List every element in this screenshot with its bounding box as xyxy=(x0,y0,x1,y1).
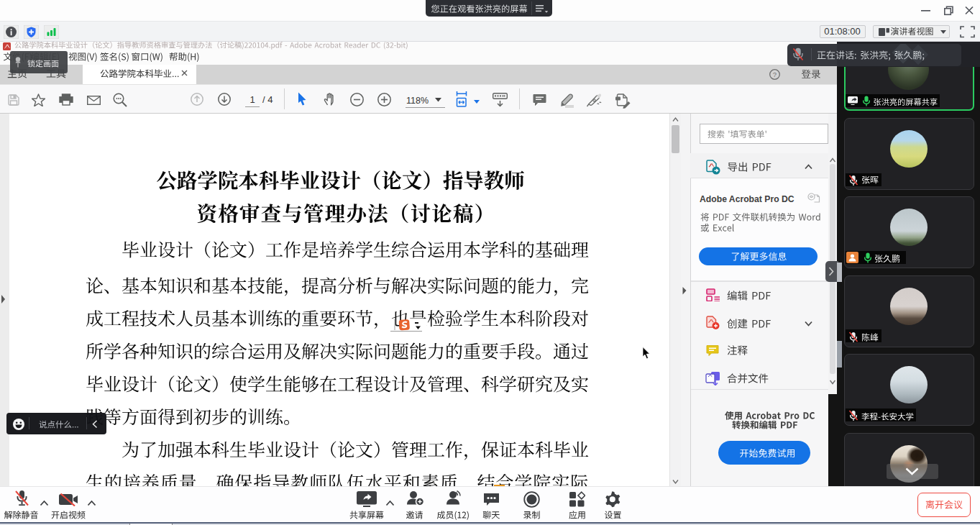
svg-text:?: ? xyxy=(772,70,776,78)
